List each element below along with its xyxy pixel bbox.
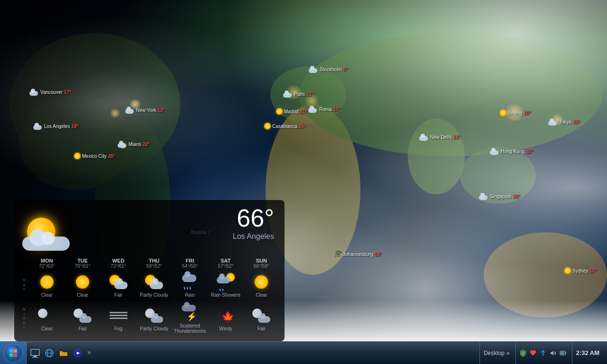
start-button[interactable]: [0, 342, 27, 364]
night-cell-5: 🍁 Windy: [208, 304, 243, 333]
night-cell-4: ⚡ Scattered Thunderstorms: [173, 301, 207, 336]
city-madrid[interactable]: Madrid 21°: [276, 108, 307, 115]
svg-rect-13: [31, 349, 39, 355]
city-hongkong[interactable]: Hong Kong 12°: [490, 147, 533, 155]
night-cell-2: Fog: [101, 304, 136, 333]
day-cell-6: Clear: [244, 271, 279, 300]
day-cell-4: Rain: [173, 271, 207, 300]
city-miami[interactable]: Miami 22°: [118, 140, 150, 148]
city-tokyo[interactable]: Tokyo 15°: [548, 118, 580, 126]
city-newdelhi[interactable]: New Delhi 13°: [419, 133, 460, 141]
weather-widget: 66° Los Angeles MON 72°/63° TUE 70°/61° …: [14, 200, 285, 341]
security-icon[interactable]: ✓: [519, 349, 527, 357]
desktop-button[interactable]: Desktop »: [479, 342, 514, 364]
health-icon[interactable]: [529, 349, 537, 357]
day-cell-1: Clear: [65, 271, 100, 300]
forecast-day-6: SUN 66°/59°: [244, 258, 279, 269]
night-label: N I G H T: [20, 301, 28, 336]
night-forecast-row: N I G H T Clear Fair: [20, 301, 279, 336]
city-losangeles[interactable]: Los Angeles 19°: [33, 122, 79, 130]
current-temperature: 66°: [82, 206, 274, 230]
current-weather-icon: [20, 206, 82, 253]
day-cell-5: Rain Showers: [208, 271, 243, 300]
night-cell-6: Fair: [244, 304, 279, 333]
network-icon[interactable]: [539, 349, 547, 357]
folder-icon[interactable]: [57, 346, 70, 360]
city-paris[interactable]: Paris 11°: [283, 90, 313, 98]
current-temp-area: 66° Los Angeles: [82, 206, 279, 241]
svg-rect-29: [561, 352, 564, 355]
taskbar-quicklaunch: »: [27, 346, 101, 360]
city-stockholm[interactable]: Stockholm 6°: [309, 65, 348, 73]
taskbar: » Desktop » ✓: [0, 341, 607, 364]
forecast-day-3: THU 59°/52°: [137, 258, 171, 269]
svg-rect-9: [9, 349, 13, 353]
day-forecast-row: D A Y Clear Clear Fair: [20, 271, 279, 300]
city-beijing[interactable]: Beijing 10°: [500, 109, 531, 116]
forecast-day-2: WED 73°/61°: [101, 258, 136, 269]
night-cell-0: Clear: [29, 304, 64, 333]
svg-marker-26: [551, 351, 553, 355]
city-newyork[interactable]: New York 13°: [125, 106, 165, 114]
day-cell-3: Partly Cloudy: [137, 271, 171, 300]
day-cell-0: Clear: [29, 271, 64, 300]
city-singapore[interactable]: Singapore 10°: [479, 192, 520, 200]
forecast-day-0: MON 72°/63°: [29, 258, 64, 269]
svg-rect-14: [34, 355, 37, 357]
city-mexicocity[interactable]: Mexico City 26°: [74, 153, 115, 159]
show-desktop-icon[interactable]: [28, 346, 42, 360]
night-cell-3: Partly Cloudy: [137, 304, 171, 333]
city-roma[interactable]: Roma 17°: [308, 105, 340, 113]
cloud-icon-main: [20, 229, 77, 251]
day-cell-2: Fair: [101, 271, 136, 300]
clock[interactable]: 2:32 AM: [572, 342, 603, 364]
forecast-day-4: FRI 54°/50°: [173, 258, 207, 269]
forecast-day-5: SAT 57°/52°: [208, 258, 243, 269]
ie-icon[interactable]: [43, 346, 56, 360]
system-tray: ✓: [515, 342, 570, 364]
svg-text:✓: ✓: [521, 351, 524, 355]
city-vancouver[interactable]: Vancouver 17°: [29, 88, 71, 96]
start-orb-icon: [5, 345, 22, 362]
svg-rect-28: [565, 353, 566, 354]
more-icons[interactable]: »: [85, 346, 99, 360]
svg-rect-15: [32, 357, 38, 358]
forecast-day-1: TUE 70°/61°: [65, 258, 100, 269]
windows-logo-icon: [9, 348, 18, 358]
city-casablanca[interactable]: Casablanca 24°: [264, 123, 306, 129]
power-icon[interactable]: [559, 349, 567, 357]
svg-rect-10: [14, 349, 17, 353]
taskbar-right: Desktop » ✓: [476, 342, 607, 364]
cloud-body: [22, 237, 70, 251]
day-label: D A Y: [20, 271, 28, 300]
city-sydney[interactable]: Sydney 17°: [564, 267, 597, 274]
svg-rect-11: [9, 354, 13, 357]
forecast-header: MON 72°/63° TUE 70°/61° WED 73°/61° THU …: [20, 258, 279, 269]
media-icon[interactable]: [71, 346, 84, 360]
night-cell-1: Fair: [65, 304, 100, 333]
current-weather: 66° Los Angeles: [20, 206, 279, 253]
city-johannesburg[interactable]: ⛈ Johannesburg 63°: [335, 250, 382, 258]
svg-rect-12: [14, 354, 17, 357]
volume-icon[interactable]: [549, 349, 557, 357]
current-city: Los Angeles: [82, 232, 274, 241]
